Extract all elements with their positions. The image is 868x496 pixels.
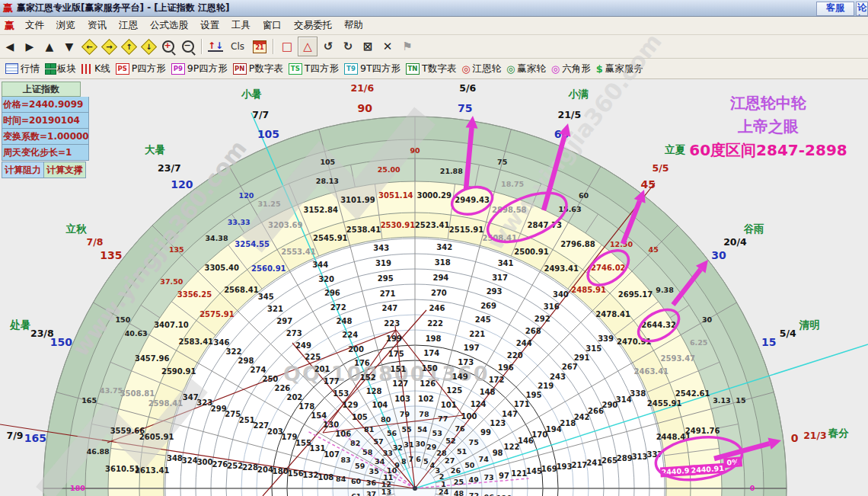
integer-label: 172 xyxy=(489,376,505,384)
date-label: 5/5 xyxy=(653,162,669,174)
degree-ring-label: 105 xyxy=(320,158,335,166)
calc-support-button[interactable]: 计算支撑 xyxy=(44,162,86,178)
integer-label: 245 xyxy=(475,315,491,324)
integer-label: 54 xyxy=(417,425,428,434)
annotation-line-2: 上帝之眼 xyxy=(669,115,868,139)
integer-label: 193 xyxy=(557,462,573,471)
percent-special-label: 33.33 xyxy=(228,218,251,226)
date-label: 21/5 xyxy=(557,109,581,120)
price-degree-label: 2575.91 xyxy=(199,310,235,318)
integer-label: 298 xyxy=(238,357,254,365)
integer-label: 84 xyxy=(336,475,346,483)
integer-label: 57 xyxy=(373,437,383,446)
integer-label: 101 xyxy=(441,401,457,409)
indicator-panel: 上证指数 价格=2440.9099时间=20190104变换系数=1.00000… xyxy=(2,82,88,178)
gann-wheel-chart[interactable]: www.yingjia360.comwww.yingjia360.comQQ:1… xyxy=(0,0,868,496)
integer-label: 29 xyxy=(426,443,436,451)
integer-label: 316 xyxy=(544,302,560,311)
calc-resistance-button[interactable]: 计算阻力 xyxy=(2,162,44,178)
integer-label: 339 xyxy=(598,334,614,343)
integer-label: 131 xyxy=(310,444,326,453)
integer-label: 344 xyxy=(312,261,328,269)
integer-label: 227 xyxy=(253,421,269,430)
integer-label: 324 xyxy=(182,456,198,465)
integer-label: 198 xyxy=(426,334,442,343)
integer-label: 321 xyxy=(267,305,283,313)
percent-label: 15.63 xyxy=(558,205,581,213)
integer-label: 73 xyxy=(483,473,493,482)
integer-label: 3 xyxy=(436,466,441,475)
percent-label: 28.13 xyxy=(316,177,339,185)
date-label: 7/7 xyxy=(252,109,269,120)
integer-label: 338 xyxy=(630,389,646,398)
integer-label: 221 xyxy=(469,330,485,338)
integer-label: 171 xyxy=(514,400,530,408)
price-factor-label: 2949.43 xyxy=(455,196,490,204)
integer-label: 5 xyxy=(423,457,429,466)
outer-degree-label: 120 xyxy=(171,178,193,190)
price-factor-label: 2746.02 xyxy=(591,264,626,272)
integer-label: 128 xyxy=(366,387,382,395)
outer-degree-label: 165 xyxy=(24,432,46,444)
integer-label: 60 xyxy=(351,477,362,485)
integer-label: 80 xyxy=(381,415,391,424)
price-factor-label: 2644.32 xyxy=(641,321,676,329)
date-label: 7/8 xyxy=(87,236,104,248)
integer-label: 174 xyxy=(423,349,439,357)
percent-label: 46.88 xyxy=(87,447,110,456)
integer-label: 105 xyxy=(352,413,368,421)
integer-label: 276 xyxy=(212,460,228,469)
date-label: 7/9 xyxy=(7,430,24,441)
integer-label: 204 xyxy=(257,466,273,474)
integer-label: 4 xyxy=(430,461,436,469)
integer-label: 274 xyxy=(251,366,266,374)
outer-degree-label: 105 xyxy=(257,128,279,140)
price-factor-label: 3508.81 xyxy=(120,389,155,398)
percent-label: 34.38 xyxy=(205,234,228,242)
integer-label: 348 xyxy=(167,454,183,462)
integer-label: 48 xyxy=(454,489,464,496)
date-label: 21/6 xyxy=(350,82,374,94)
integer-label: 82 xyxy=(350,439,360,447)
integer-label: 176 xyxy=(354,359,370,367)
wheel-annotation: 江恩轮中轮 上帝之眼 60度区间2847-2898 xyxy=(669,91,868,162)
price-factor-label: 3000.29 xyxy=(416,191,452,200)
price-degree-label: 2538.41 xyxy=(346,226,381,234)
price-degree-label: 2485.91 xyxy=(571,286,606,294)
price-factor-label: 3203.69 xyxy=(268,221,303,229)
integer-label: 26 xyxy=(451,466,461,475)
integer-label: 248 xyxy=(337,317,353,325)
integer-label: 49 xyxy=(469,475,479,484)
integer-label: 200 xyxy=(348,345,364,354)
percent-label: 40.63 xyxy=(125,329,148,338)
price-factor-label: 2695.17 xyxy=(618,290,653,299)
price-degree-label: 2545.91 xyxy=(313,234,348,242)
integer-label: 130 xyxy=(323,421,339,429)
integer-label: 78 xyxy=(419,410,429,418)
price-degree-label: 2583.41 xyxy=(179,338,214,346)
integer-label: 224 xyxy=(342,331,358,339)
date-label: 23/8 xyxy=(30,328,54,339)
integer-label: 55 xyxy=(401,425,411,434)
percent-label: 3.13 xyxy=(713,396,730,405)
outer-degree-label: 45 xyxy=(640,178,655,190)
date-label: 5/6 xyxy=(459,82,476,94)
price-degree-label: 2598.41 xyxy=(148,399,183,408)
solar-term-label: 大暑 xyxy=(145,143,165,155)
price-degree-label: 2455.91 xyxy=(647,399,682,408)
integer-label: 217 xyxy=(571,461,587,469)
integer-label: 151 xyxy=(391,365,407,373)
integer-label: 343 xyxy=(373,244,389,252)
integer-label: 297 xyxy=(276,317,292,325)
integer-label: 294 xyxy=(432,274,448,282)
price-factor-label: 3610.51 xyxy=(105,465,140,473)
price-degree-label: 2590.91 xyxy=(161,367,196,376)
integer-label: 295 xyxy=(378,274,394,283)
date-label: 5/4 xyxy=(780,328,796,339)
integer-label: 145 xyxy=(526,467,542,475)
price-factor-label: 3407.10 xyxy=(154,321,189,329)
percent-label: 43.75 xyxy=(100,386,123,395)
integer-label: 270 xyxy=(431,289,447,297)
integer-label: 175 xyxy=(388,350,404,358)
integer-label: 267 xyxy=(562,363,578,371)
